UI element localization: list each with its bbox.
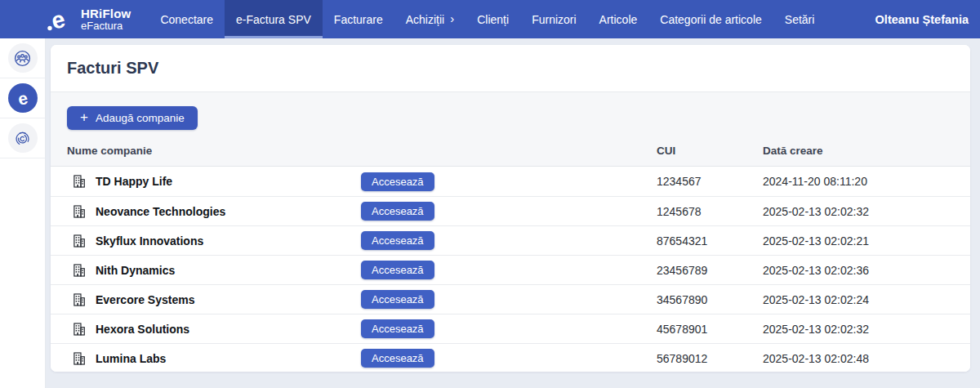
company-name: Neovance Technologies (96, 205, 225, 218)
company-name: Lumina Labs (96, 352, 166, 365)
cui-value: 34567890 (657, 293, 763, 306)
nav-item-setari[interactable]: Setări (773, 0, 826, 38)
column-header-nume-companie: Nume companie (67, 145, 361, 157)
table-row: Neovance Technologies Accesează 1245678 … (51, 196, 970, 225)
table-header-row: Nume companie CUI Dată creare (67, 130, 954, 166)
company-name: Evercore Systems (96, 293, 194, 306)
sidebar-item-hr[interactable] (0, 38, 45, 78)
building-icon (72, 174, 87, 189)
nav-item-clienti[interactable]: Clienți (466, 0, 520, 38)
svg-text:e: e (48, 5, 67, 33)
company-name-cell: Nith Dynamics (67, 263, 361, 278)
company-name: Nith Dynamics (96, 264, 175, 277)
table-row: TD Happy Life Accesează 1234567 2024-11-… (51, 167, 970, 196)
created-value: 2025-02-13 02:02:21 (763, 234, 970, 248)
sidebar-item-efactura[interactable]: e (0, 78, 45, 118)
column-header-cui: CUI (657, 145, 763, 157)
access-button[interactable]: Accesează (361, 202, 434, 221)
created-value: 2025-02-13 02:02:24 (763, 293, 970, 306)
brand-name: HRiFlow (81, 7, 131, 20)
company-table-body: TD Happy Life Accesează 1234567 2024-11-… (51, 166, 970, 372)
company-name-cell: Hexora Solutions (67, 322, 361, 337)
team-icon (8, 43, 38, 73)
nav-item-categorii-de-articole[interactable]: Categorii de articole (648, 0, 773, 38)
created-value: 2025-02-13 02:02:48 (763, 352, 970, 365)
cui-value: 1245678 (657, 205, 763, 218)
column-header-data-creare: Dată creare (763, 145, 954, 157)
building-icon (72, 351, 87, 366)
table-row: Hexora Solutions Accesează 45678901 2025… (51, 314, 970, 343)
nav-item-efactura-spv[interactable]: e-Factura SPV (225, 0, 323, 38)
company-name-cell: TD Happy Life (67, 174, 361, 189)
app-sidebar: e (0, 38, 46, 388)
add-company-button[interactable]: + Adaugă companie (67, 106, 198, 130)
access-button[interactable]: Accesează (361, 290, 434, 309)
access-button[interactable]: Accesează (361, 172, 434, 191)
cui-value: 87654321 (657, 234, 763, 248)
company-name: Skyflux Innovations (96, 234, 203, 248)
building-icon (72, 263, 87, 278)
brand-logo[interactable]: e HRiFlow eFactura (44, 0, 131, 38)
table-row: Lumina Labs Accesează 56789012 2025-02-1… (51, 343, 970, 372)
cui-value: 23456789 (657, 264, 763, 277)
company-name-cell: Evercore Systems (67, 292, 361, 307)
nav-item-facturare[interactable]: Facturare (323, 0, 394, 38)
efactura-icon: e (8, 83, 38, 113)
efactura-logo-icon: e (44, 5, 74, 34)
access-button[interactable]: Accesează (361, 319, 434, 338)
company-name-cell: Skyflux Innovations (67, 234, 361, 248)
cui-value: 1234567 (657, 175, 763, 188)
nav-item-conectare[interactable]: Conectare (149, 0, 225, 38)
facturi-spv-card: Facturi SPV + Adaugă companie Nume compa… (51, 45, 970, 372)
access-button[interactable]: Accesează (361, 231, 434, 250)
building-icon (72, 292, 87, 307)
brand-subname: eFactura (81, 20, 131, 32)
cui-value: 45678901 (657, 323, 763, 336)
building-icon (72, 234, 87, 248)
table-row: Skyflux Innovations Accesează 87654321 2… (51, 225, 970, 255)
nav-item-articole[interactable]: Articole (588, 0, 649, 38)
toolbar-and-table-header: + Adaugă companie Nume companie CUI Dată… (51, 92, 970, 166)
created-value: 2025-02-13 02:02:32 (763, 323, 970, 336)
table-row: Nith Dynamics Accesează 23456789 2025-02… (51, 255, 970, 284)
plus-icon: + (80, 110, 88, 124)
company-name: TD Happy Life (96, 175, 172, 188)
company-name-cell: Lumina Labs (67, 351, 361, 366)
table-row: Evercore Systems Accesează 34567890 2025… (51, 284, 970, 314)
created-value: 2025-02-13 02:02:32 (763, 205, 970, 218)
created-value: 2025-02-13 02:02:36 (763, 264, 970, 277)
nav-item-furnizori[interactable]: Furnizori (520, 0, 587, 38)
submenu-chevron-icon: › (450, 12, 454, 25)
access-button[interactable]: Accesează (361, 349, 434, 368)
fingerprint-icon (8, 123, 38, 153)
nav-item-achizitii[interactable]: Achiziții › (394, 0, 466, 38)
access-button[interactable]: Accesează (361, 261, 434, 279)
top-navigation-bar: e HRiFlow eFactura Conectare e-Factura S… (0, 0, 980, 38)
company-name-cell: Neovance Technologies (67, 204, 361, 219)
created-value: 2024-11-20 08:11:20 (763, 175, 970, 188)
sidebar-item-fingerprint[interactable] (0, 118, 45, 158)
building-icon (72, 204, 87, 219)
card-header: Facturi SPV (51, 45, 970, 92)
building-icon (72, 322, 87, 337)
user-menu[interactable]: Olteanu Ștefania (875, 0, 969, 38)
company-name: Hexora Solutions (96, 323, 189, 336)
main-nav: Conectare e-Factura SPV Facturare Achizi… (149, 0, 826, 38)
page-title: Facturi SPV (67, 59, 158, 78)
cui-value: 56789012 (657, 352, 763, 365)
